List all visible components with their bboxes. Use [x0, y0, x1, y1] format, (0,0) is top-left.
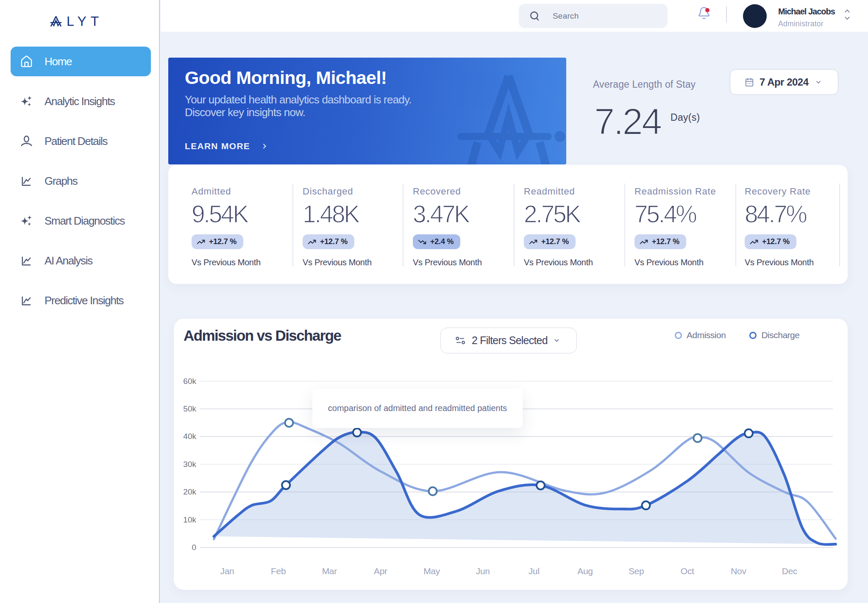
chevron-down-icon	[553, 337, 560, 344]
user-icon	[20, 135, 33, 148]
sidebar-item-patient-details[interactable]: Patient Details	[11, 126, 151, 156]
hero-subtitle: Your updated health analytics dashboard …	[185, 93, 412, 119]
y-axis-label: 60k	[174, 377, 196, 386]
gridline	[200, 464, 833, 465]
stat-divider	[624, 183, 625, 266]
sidebar-nav: HomeAnalytic InsightsPatient DetailsGrap…	[11, 47, 151, 325]
sidebar-item-analytic-insights[interactable]: Analytic Insights	[11, 86, 151, 116]
chart-tooltip: comparison of admitted and readmitted pa…	[312, 389, 523, 428]
stat-delta-badge: +12.7 %	[524, 234, 576, 249]
stat-delta-badge: +12.7 %	[303, 234, 354, 249]
sidebar-item-label: Smart Diagnostics	[45, 214, 125, 228]
gridline	[200, 547, 833, 548]
stat-delta-badge: +12.7 %	[192, 234, 243, 249]
stat-divider	[292, 183, 293, 266]
brand-name: LYT	[67, 15, 103, 27]
chevron-right-icon	[261, 143, 268, 150]
sidebar-item-label: Graphs	[45, 175, 77, 188]
sidebar: LYT HomeAnalytic InsightsPatient Details…	[0, 0, 160, 603]
stat-value: 75.4%	[634, 202, 696, 226]
sidebar-item-label: Predictive Insights	[45, 294, 123, 307]
sidebar-item-label: Patient Details	[45, 135, 107, 148]
learn-more-button[interactable]: LEARN MORE	[185, 141, 268, 151]
stat-label: Recovery Rate	[745, 186, 811, 197]
trending-up-icon	[197, 238, 205, 246]
sidebar-item-home[interactable]: Home	[11, 47, 151, 76]
sidebar-item-graphs[interactable]: Graphs	[11, 166, 151, 196]
x-axis-label: Jan	[206, 566, 248, 576]
sparkles-icon	[20, 95, 33, 108]
avatar[interactable]	[743, 4, 767, 28]
legend-item-discharge[interactable]: Discharge	[749, 330, 799, 340]
stat-vs-label: Vs Previous Month	[413, 258, 482, 267]
x-axis-label: Feb	[257, 566, 300, 576]
stat-divider	[514, 183, 515, 266]
stat-value: 9.54K	[192, 202, 248, 226]
legend-marker	[675, 332, 682, 339]
sidebar-item-label: Home	[45, 55, 72, 68]
date-value: 7 Apr 2024	[760, 76, 809, 88]
stat-label: Readmission Rate	[634, 186, 716, 197]
stat-delta: +2.4 %	[430, 237, 453, 246]
trending-down-icon	[418, 238, 426, 246]
sidebar-item-smart-diagnostics[interactable]: Smart Diagnostics	[11, 206, 151, 236]
stat-delta-badge: +2.4 %	[413, 234, 460, 249]
sidebar-item-label: AI Analysis	[45, 254, 92, 267]
sparkles-icon	[20, 214, 33, 228]
legend-marker	[749, 332, 757, 339]
stat-divider	[403, 183, 403, 266]
sidebar-item-predictive-insights[interactable]: Predictive Insights	[11, 286, 151, 315]
user-menu-toggle[interactable]	[844, 8, 850, 21]
stat-vs-label: Vs Previous Month	[524, 258, 593, 267]
alyt-watermark-icon	[439, 67, 566, 164]
chevron-down-icon	[844, 16, 850, 21]
gridline	[200, 381, 833, 382]
home-icon	[20, 55, 33, 68]
chevron-up-icon	[844, 8, 850, 13]
hero-subtitle-line1: Your updated health analytics dashboard …	[185, 93, 412, 106]
filters-label: 2 Filters Selected	[472, 334, 548, 347]
chart-title: Admission vs Discharge	[184, 328, 341, 344]
stat-delta: +12.7 %	[652, 237, 679, 246]
x-axis-label: Dec	[768, 566, 811, 576]
learn-more-label: LEARN MORE	[185, 141, 250, 151]
x-axis-label: May	[411, 566, 453, 576]
stat-vs-label: Vs Previous Month	[303, 258, 372, 267]
stat-value: 84.7%	[745, 202, 806, 226]
y-axis-label: 20k	[174, 487, 196, 497]
search-placeholder: Search	[553, 11, 579, 21]
gridline	[200, 520, 833, 520]
chart-legend: AdmissionDischarge	[675, 330, 799, 340]
search-input[interactable]: Search	[519, 4, 668, 28]
trending-up-icon	[308, 238, 316, 246]
user-role: Administrator	[778, 19, 823, 28]
y-axis-label: 0	[174, 543, 196, 552]
x-axis-label: Nov	[717, 566, 760, 576]
y-axis-label: 40k	[174, 432, 196, 441]
stats-card: Admitted9.54K+12.7 %Vs Previous MonthDis…	[168, 165, 848, 284]
user-name: Michael Jacobs	[778, 7, 835, 17]
gridline	[200, 492, 833, 492]
legend-item-admission[interactable]: Admission	[675, 330, 726, 340]
avg-stay-value: 7.24	[594, 103, 661, 140]
calendar-icon	[745, 78, 754, 87]
stat-delta: +12.7 %	[762, 237, 790, 246]
stat-label: Recovered	[413, 186, 461, 197]
x-axis-label: Sep	[615, 566, 657, 576]
stat-vs-label: Vs Previous Month	[634, 258, 704, 267]
stat-delta-badge: +12.7 %	[634, 234, 686, 249]
stat-vs-label: Vs Previous Month	[745, 258, 814, 267]
y-axis-label: 30k	[174, 460, 196, 469]
x-axis-label: Mar	[308, 566, 351, 576]
x-axis-label: Oct	[666, 566, 709, 576]
filters-button[interactable]: 2 Filters Selected	[440, 328, 577, 353]
stat-value: 1.48K	[303, 202, 359, 226]
notification-dot	[705, 8, 709, 12]
trending-up-icon	[640, 238, 648, 246]
hero-subtitle-line2: Discover key insights now.	[185, 106, 412, 119]
sidebar-item-ai-analysis[interactable]: AI Analysis	[11, 246, 151, 275]
date-picker[interactable]: 7 Apr 2024	[730, 69, 838, 95]
x-axis-label: Jun	[462, 566, 504, 576]
hero-title: Good Morning, Michael!	[185, 67, 387, 88]
stat-label: Discharged	[303, 186, 353, 197]
